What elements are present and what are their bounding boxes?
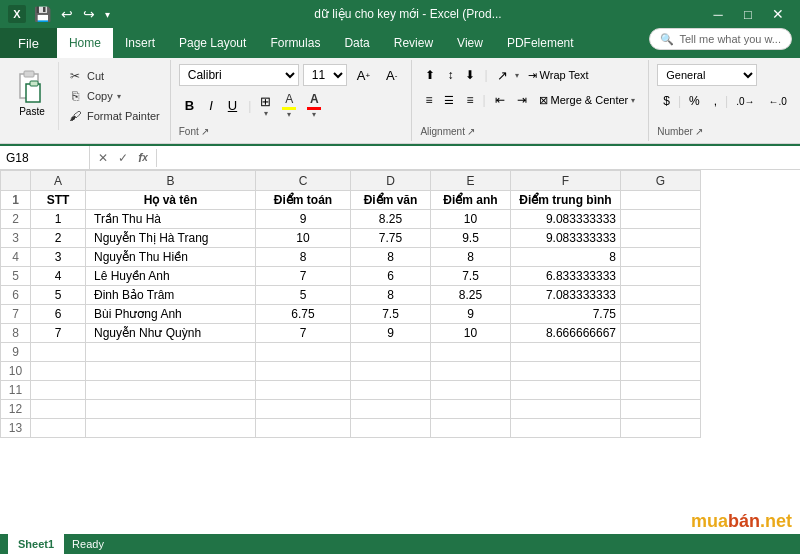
- cell-a2[interactable]: 1: [31, 210, 86, 229]
- cell-e8[interactable]: 10: [431, 324, 511, 343]
- text-angle-dropdown[interactable]: ▾: [515, 71, 519, 80]
- row-num-11[interactable]: 11: [1, 381, 31, 400]
- cell-e11[interactable]: [431, 381, 511, 400]
- decrease-font-button[interactable]: A-: [380, 64, 403, 86]
- align-center-button[interactable]: ☰: [439, 89, 459, 111]
- cancel-icon[interactable]: ✕: [94, 149, 112, 167]
- number-expand-icon[interactable]: ↗: [695, 126, 703, 137]
- row-num-13[interactable]: 13: [1, 419, 31, 438]
- row-num-12[interactable]: 12: [1, 400, 31, 419]
- menu-data[interactable]: Data: [332, 28, 381, 58]
- close-button[interactable]: ✕: [764, 3, 792, 25]
- col-header-e[interactable]: E: [431, 171, 511, 191]
- cell-b9[interactable]: [86, 343, 256, 362]
- cell-a8[interactable]: 7: [31, 324, 86, 343]
- indent-increase-button[interactable]: ⇥: [512, 89, 532, 111]
- cell-e12[interactable]: [431, 400, 511, 419]
- cell-b5[interactable]: Lê Huyền Anh: [86, 267, 256, 286]
- bold-button[interactable]: B: [179, 95, 200, 117]
- cell-c3[interactable]: 10: [256, 229, 351, 248]
- cell-g12[interactable]: [621, 400, 701, 419]
- number-format-select[interactable]: General: [657, 64, 757, 86]
- cell-a3[interactable]: 2: [31, 229, 86, 248]
- cell-f10[interactable]: [511, 362, 621, 381]
- cell-d4[interactable]: 8: [351, 248, 431, 267]
- font-color-button[interactable]: A ▾: [303, 90, 325, 121]
- cell-a6[interactable]: 5: [31, 286, 86, 305]
- cell-c7[interactable]: 6.75: [256, 305, 351, 324]
- cell-e1[interactable]: Điểm anh: [431, 191, 511, 210]
- cell-f7[interactable]: 7.75: [511, 305, 621, 324]
- cell-g3[interactable]: [621, 229, 701, 248]
- cell-b3[interactable]: Nguyễn Thị Hà Trang: [86, 229, 256, 248]
- cell-d9[interactable]: [351, 343, 431, 362]
- col-header-c[interactable]: C: [256, 171, 351, 191]
- merge-center-button[interactable]: ⊠ Merge & Center ▾: [534, 89, 641, 111]
- cell-a13[interactable]: [31, 419, 86, 438]
- cell-g6[interactable]: [621, 286, 701, 305]
- cell-d1[interactable]: Điểm văn: [351, 191, 431, 210]
- minimize-button[interactable]: ─: [704, 3, 732, 25]
- cell-c12[interactable]: [256, 400, 351, 419]
- cell-f6[interactable]: 7.083333333: [511, 286, 621, 305]
- cell-c4[interactable]: 8: [256, 248, 351, 267]
- cell-a12[interactable]: [31, 400, 86, 419]
- cell-g5[interactable]: [621, 267, 701, 286]
- cell-e10[interactable]: [431, 362, 511, 381]
- cell-g2[interactable]: [621, 210, 701, 229]
- text-angle-button[interactable]: ↗: [492, 64, 513, 86]
- cell-f4[interactable]: 8: [511, 248, 621, 267]
- cell-c5[interactable]: 7: [256, 267, 351, 286]
- row-num-2[interactable]: 2: [1, 210, 31, 229]
- fill-color-button[interactable]: A ▾: [278, 90, 300, 121]
- cell-d10[interactable]: [351, 362, 431, 381]
- cell-b11[interactable]: [86, 381, 256, 400]
- cell-g8[interactable]: [621, 324, 701, 343]
- cell-g4[interactable]: [621, 248, 701, 267]
- cell-e5[interactable]: 7.5: [431, 267, 511, 286]
- customize-button[interactable]: ▾: [103, 9, 112, 20]
- increase-decimal-button[interactable]: .0→: [730, 90, 760, 112]
- row-num-1[interactable]: 1: [1, 191, 31, 210]
- cell-f5[interactable]: 6.833333333: [511, 267, 621, 286]
- cell-a5[interactable]: 4: [31, 267, 86, 286]
- format-painter-button[interactable]: 🖌 Format Painter: [63, 106, 164, 126]
- cell-g10[interactable]: [621, 362, 701, 381]
- menu-file[interactable]: File: [0, 28, 57, 58]
- cell-e9[interactable]: [431, 343, 511, 362]
- alignment-expand-icon[interactable]: ↗: [467, 126, 475, 137]
- insert-function-icon[interactable]: fx: [134, 149, 152, 167]
- menu-home[interactable]: Home: [57, 28, 113, 58]
- row-num-5[interactable]: 5: [1, 267, 31, 286]
- cell-g1[interactable]: [621, 191, 701, 210]
- menu-review[interactable]: Review: [382, 28, 445, 58]
- cell-d7[interactable]: 7.5: [351, 305, 431, 324]
- cell-g9[interactable]: [621, 343, 701, 362]
- cell-a11[interactable]: [31, 381, 86, 400]
- align-top-button[interactable]: ⬆: [420, 64, 440, 86]
- cell-g7[interactable]: [621, 305, 701, 324]
- cell-g11[interactable]: [621, 381, 701, 400]
- col-header-d[interactable]: D: [351, 171, 431, 191]
- cell-e3[interactable]: 9.5: [431, 229, 511, 248]
- menu-pdfelement[interactable]: PDFelement: [495, 28, 586, 58]
- cell-b13[interactable]: [86, 419, 256, 438]
- cell-c6[interactable]: 5: [256, 286, 351, 305]
- decrease-decimal-button[interactable]: ←.0: [763, 90, 793, 112]
- cell-e2[interactable]: 10: [431, 210, 511, 229]
- menu-page-layout[interactable]: Page Layout: [167, 28, 258, 58]
- cell-b1[interactable]: Họ và tên: [86, 191, 256, 210]
- row-num-4[interactable]: 4: [1, 248, 31, 267]
- cell-a4[interactable]: 3: [31, 248, 86, 267]
- cell-d8[interactable]: 9: [351, 324, 431, 343]
- cell-d12[interactable]: [351, 400, 431, 419]
- cell-a1[interactable]: STT: [31, 191, 86, 210]
- cell-c2[interactable]: 9: [256, 210, 351, 229]
- cell-e4[interactable]: 8: [431, 248, 511, 267]
- cell-f11[interactable]: [511, 381, 621, 400]
- italic-button[interactable]: I: [203, 95, 219, 117]
- cell-e6[interactable]: 8.25: [431, 286, 511, 305]
- paste-button[interactable]: Paste: [10, 66, 54, 121]
- cell-c10[interactable]: [256, 362, 351, 381]
- cell-c11[interactable]: [256, 381, 351, 400]
